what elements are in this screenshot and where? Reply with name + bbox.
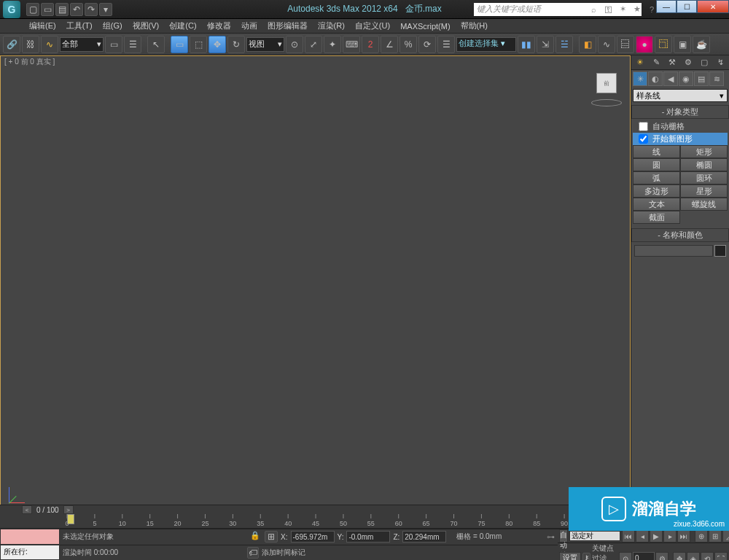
absolute-mode-icon[interactable]: ⊞ [265, 531, 278, 542]
maximize-button[interactable]: ☐ [677, 0, 697, 13]
named-selection-dropdown[interactable]: 创建选择集 ▾ [456, 37, 516, 52]
menu-help[interactable]: 帮助(H) [461, 20, 488, 31]
schematic-view-icon[interactable]: ⿳ [617, 36, 634, 53]
autogrid-checkbox[interactable] [639, 122, 648, 131]
current-frame-input[interactable] [633, 552, 655, 560]
percent-snap-icon[interactable]: % [399, 36, 417, 53]
link-icon[interactable]: 🔗 [3, 36, 20, 53]
viewcube-face[interactable]: 前 [596, 73, 617, 93]
close-button[interactable]: ✕ [697, 0, 729, 13]
rollout-name-color-header[interactable]: 名称和颜色 [631, 228, 729, 242]
nav-fov-icon[interactable]: ◿ [722, 529, 729, 542]
nav-pan-icon[interactable]: ✥ [673, 552, 686, 560]
hammer-icon[interactable]: ⚒ [667, 57, 678, 68]
btn-circle[interactable]: 圆 [633, 158, 680, 171]
graphite-toggle-icon[interactable]: ◧ [579, 36, 596, 53]
keyboard-shortcut-icon[interactable]: ⌨ [343, 36, 360, 53]
qat-undo-icon[interactable]: ↶ [70, 3, 83, 16]
spinner-snap-icon[interactable]: ⟳ [418, 36, 436, 53]
use-pivot-center-icon[interactable]: ⊙ [286, 36, 303, 53]
viewcube-compass[interactable] [591, 99, 622, 106]
tab-motion-icon[interactable]: ◉ [679, 71, 693, 86]
time-slider-next[interactable]: > [63, 505, 74, 514]
ref-coord-dropdown[interactable]: 视图 [246, 37, 284, 52]
tab-create-icon[interactable]: ✳ [633, 71, 647, 86]
minimize-button[interactable]: — [656, 0, 677, 13]
menu-modifiers[interactable]: 修改器 [207, 20, 231, 31]
z-coord-input[interactable] [402, 531, 446, 542]
app-icon[interactable]: G [3, 1, 20, 18]
binoculars-icon[interactable]: ⌕ [588, 4, 599, 15]
rendered-frame-icon[interactable]: ▣ [674, 36, 691, 53]
qat-open-icon[interactable]: ▭ [41, 3, 54, 16]
x-coord-input[interactable] [291, 531, 335, 542]
wrench-icon[interactable]: ↯ [715, 57, 726, 68]
qat-more-icon[interactable]: ▾ [99, 3, 112, 16]
key-mode-icon[interactable]: ⚷ [582, 553, 590, 560]
start-new-shape-row[interactable]: 开始新图形 [633, 133, 728, 145]
btn-ellipse[interactable]: 椭圆 [680, 158, 728, 171]
key-filters-button[interactable]: 关键点过滤器... [592, 543, 617, 560]
menu-maxscript[interactable]: MAXScript(M) [400, 22, 450, 31]
btn-rectangle[interactable]: 矩形 [680, 145, 728, 158]
create-category-dropdown[interactable]: 样条线 [633, 89, 728, 102]
gear2-icon[interactable]: ⚙ [683, 57, 694, 68]
render-setup-icon[interactable]: ⿹ [655, 36, 672, 53]
btn-text[interactable]: 文本 [633, 198, 680, 211]
lock-selection-icon[interactable]: 🔒 [250, 531, 262, 542]
window-crossing-icon[interactable]: ⬚ [190, 36, 207, 53]
viewcube[interactable]: 前 [590, 73, 623, 106]
menu-animation[interactable]: 动画 [241, 20, 257, 31]
tab-modify-icon[interactable]: ◐ [648, 71, 663, 86]
btn-ngon[interactable]: 多边形 [633, 184, 680, 198]
curve-editor-icon[interactable]: ∿ [598, 36, 615, 53]
add-time-tag[interactable]: 添加时间标记 [262, 548, 305, 558]
set-key-button[interactable]: 设置关键点 [559, 552, 581, 560]
unlink-icon[interactable]: ⛓ [22, 36, 39, 53]
btn-line[interactable]: 线 [633, 145, 680, 158]
select-cursor-icon[interactable]: ↖ [147, 36, 165, 53]
manipulate-icon[interactable]: ✦ [324, 36, 341, 53]
exchange-icon[interactable]: ✶ [617, 4, 628, 15]
menu-tools[interactable]: 工具(T) [66, 20, 93, 31]
mirror-icon[interactable]: ▮▮ [518, 36, 535, 53]
goto-end-icon[interactable]: ⏭ [677, 529, 690, 542]
qat-new-icon[interactable]: ▢ [26, 3, 39, 16]
angle-snap-icon[interactable]: ∠ [381, 36, 398, 53]
bind-spacewarp-icon[interactable]: ∿ [41, 36, 58, 53]
rollout-object-type-header[interactable]: 对象类型 [631, 105, 729, 119]
render-production-icon[interactable]: ☕ [693, 36, 710, 53]
auto-key-button[interactable]: 自动关键点 [559, 529, 568, 542]
time-slider-prev[interactable]: < [22, 505, 32, 514]
tab-utilities-icon[interactable]: ≋ [709, 71, 724, 86]
select-scale-icon[interactable]: ⤢ [305, 36, 322, 53]
nav-zoom-all-icon[interactable]: ⊞ [709, 529, 722, 542]
menu-graph-editors[interactable]: 图形编辑器 [268, 20, 308, 31]
time-scrubber[interactable] [67, 514, 74, 524]
y-coord-input[interactable] [346, 531, 390, 542]
tab-hierarchy-icon[interactable]: ◀ [663, 71, 678, 86]
btn-star[interactable]: 星形 [680, 184, 728, 198]
select-move-icon[interactable]: ✥ [208, 36, 226, 53]
monitor-icon[interactable]: ▢ [699, 57, 710, 68]
btn-arc[interactable]: 弧 [633, 171, 680, 184]
key-filter-sel-input[interactable] [569, 531, 620, 541]
favorites-icon[interactable]: ★ [631, 4, 643, 15]
isolate-icon[interactable]: ⊙ [619, 552, 632, 560]
menu-edit[interactable]: 编辑(E) [29, 20, 56, 31]
layers-icon[interactable]: ☱ [555, 36, 573, 53]
listener-label[interactable]: 所在行: [0, 545, 60, 561]
time-tag-icon[interactable]: 🏷 [247, 547, 259, 559]
snap-2d-icon[interactable]: 2 [362, 36, 379, 53]
tab-display-icon[interactable]: ▤ [694, 71, 709, 86]
object-color-swatch[interactable] [714, 245, 726, 257]
align-icon[interactable]: ⇲ [537, 36, 554, 53]
qat-save-icon[interactable]: ▤ [55, 3, 69, 16]
nav-orbit-icon[interactable]: ⟲ [701, 552, 714, 560]
menu-create[interactable]: 创建(C) [169, 20, 196, 31]
edit-named-sel-icon[interactable]: ☰ [437, 36, 455, 53]
menu-views[interactable]: 视图(V) [133, 20, 160, 31]
select-by-name-icon[interactable]: ☰ [124, 36, 141, 53]
nav-maximize-icon[interactable]: ⛶ [714, 552, 728, 560]
play-icon[interactable]: ▶ [650, 529, 663, 542]
